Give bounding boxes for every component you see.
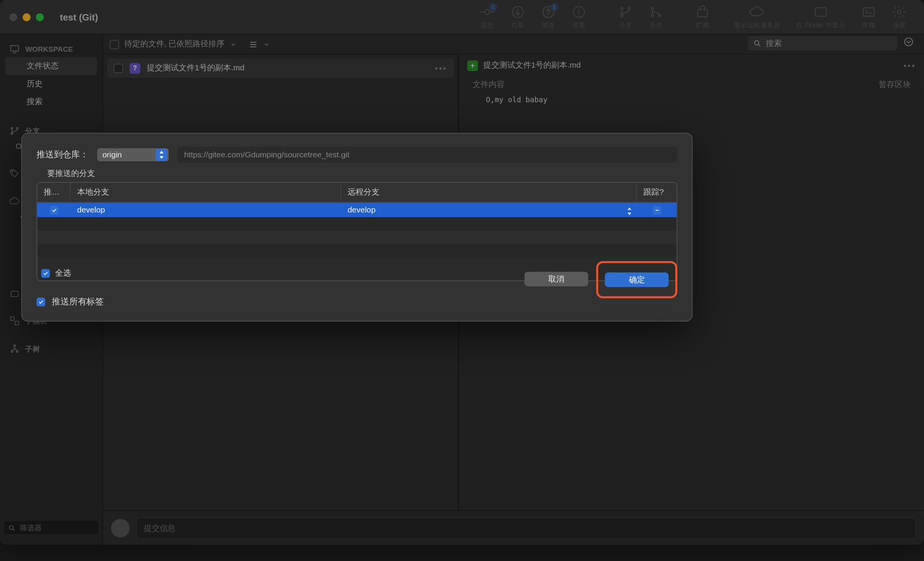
ok-button-highlight: 确定 <box>596 261 677 298</box>
table-row <box>37 244 677 257</box>
cancel-button[interactable]: 取消 <box>524 272 588 286</box>
branch-table: 推… 本地分支 远程分支 跟踪? develop develop <box>37 182 677 281</box>
col-local: 本地分支 <box>70 183 341 202</box>
options-icon <box>903 36 914 48</box>
ok-button[interactable]: 确定 <box>605 273 669 287</box>
table-row <box>37 217 677 231</box>
select-arrows-icon <box>626 207 633 217</box>
svg-point-18 <box>905 38 913 46</box>
table-row <box>37 231 677 244</box>
modal-overlay: 推送到仓库： origin https://gitee.com/Gdumping… <box>0 0 924 545</box>
app-window: test (Git) 1 提交 拉取 1 推送 抓取 <box>0 0 924 545</box>
search-input[interactable]: 搜索 <box>748 36 897 50</box>
push-checkbox[interactable] <box>49 206 58 214</box>
remote-url: https://gitee.com/Gdumping/sourcetree_te… <box>178 147 677 163</box>
push-to-label: 推送到仓库： <box>37 149 88 161</box>
local-branch-cell: develop <box>70 205 341 214</box>
col-track: 跟踪? <box>637 183 677 202</box>
branches-label: 要推送的分支 <box>47 168 677 179</box>
col-remote: 远程分支 <box>341 183 637 202</box>
select-arrows-icon <box>156 149 167 161</box>
svg-line-17 <box>758 44 760 46</box>
remote-select[interactable]: origin <box>96 147 169 162</box>
view-options-button[interactable] <box>903 36 914 50</box>
push-dialog: 推送到仓库： origin https://gitee.com/Gdumping… <box>21 133 692 322</box>
track-checkbox[interactable] <box>653 206 661 214</box>
svg-point-16 <box>754 40 759 44</box>
select-all-checkbox[interactable] <box>41 269 50 278</box>
table-row[interactable]: develop develop <box>37 203 677 217</box>
search-icon <box>753 39 762 48</box>
push-all-tags[interactable]: 推送所有标签 <box>37 296 104 307</box>
push-tags-checkbox[interactable] <box>37 297 45 306</box>
remote-branch-cell[interactable]: develop <box>341 205 637 214</box>
col-push: 推… <box>37 183 70 202</box>
table-header: 推… 本地分支 远程分支 跟踪? <box>37 183 677 203</box>
